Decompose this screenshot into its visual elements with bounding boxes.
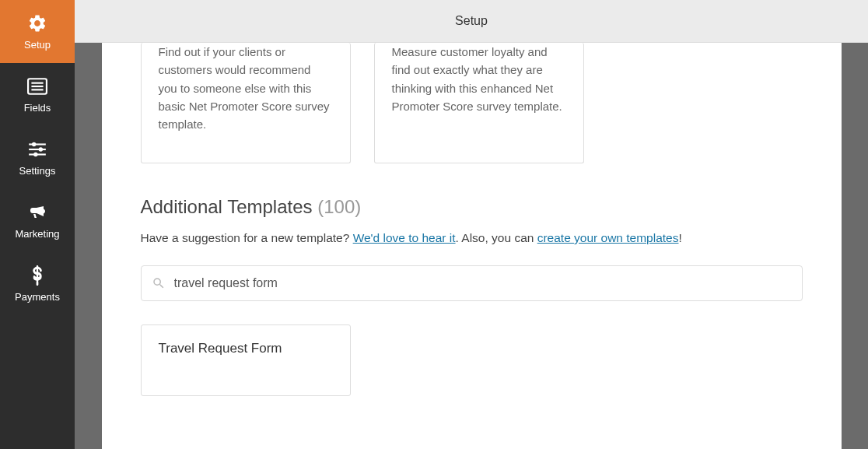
bullhorn-icon	[27, 202, 47, 223]
template-row: Find out if your clients or customers wo…	[141, 43, 803, 163]
sidebar-item-settings[interactable]: Settings	[0, 126, 75, 189]
template-result-card[interactable]: Travel Request Form	[141, 324, 351, 396]
template-count: (100)	[317, 196, 361, 217]
search-icon	[152, 276, 166, 290]
template-card[interactable]: Measure customer loyalty and find out ex…	[374, 43, 584, 163]
sidebar: Setup Fields Settings Marketing Payments	[0, 0, 75, 449]
template-card[interactable]: Find out if your clients or customers wo…	[141, 43, 351, 163]
svg-point-7	[39, 147, 43, 151]
sidebar-label: Payments	[15, 291, 60, 303]
template-description: Find out if your clients or customers wo…	[159, 43, 333, 133]
sidebar-item-setup[interactable]: Setup	[0, 0, 75, 63]
list-icon	[27, 75, 47, 97]
svg-point-9	[33, 153, 37, 156]
header: Setup	[75, 0, 868, 43]
sidebar-item-marketing[interactable]: Marketing	[0, 189, 75, 252]
sidebar-label: Fields	[24, 102, 51, 114]
suggestion-text: Have a suggestion for a new template? We…	[141, 229, 803, 247]
sliders-icon	[27, 139, 47, 160]
sidebar-item-payments[interactable]: Payments	[0, 252, 75, 315]
page-title: Setup	[455, 14, 488, 28]
sidebar-item-fields[interactable]: Fields	[0, 63, 75, 126]
gear-icon	[27, 12, 47, 34]
template-search-input[interactable]	[141, 265, 803, 301]
sidebar-label: Marketing	[15, 228, 59, 240]
template-result-title: Travel Request Form	[159, 341, 333, 356]
sidebar-label: Setup	[24, 39, 51, 51]
dollar-icon	[31, 265, 44, 286]
create-own-link[interactable]: create your own templates	[537, 231, 679, 244]
suggestion-link[interactable]: We'd love to hear it	[353, 231, 456, 244]
content-panel: Find out if your clients or customers wo…	[102, 43, 842, 449]
svg-point-5	[32, 142, 36, 146]
section-title-text: Additional Templates	[141, 196, 318, 217]
sidebar-label: Settings	[19, 165, 56, 177]
content-background: Find out if your clients or customers wo…	[75, 43, 868, 449]
template-description: Measure customer loyalty and find out ex…	[392, 43, 566, 115]
search-box	[141, 265, 803, 301]
section-title: Additional Templates (100)	[141, 196, 803, 218]
